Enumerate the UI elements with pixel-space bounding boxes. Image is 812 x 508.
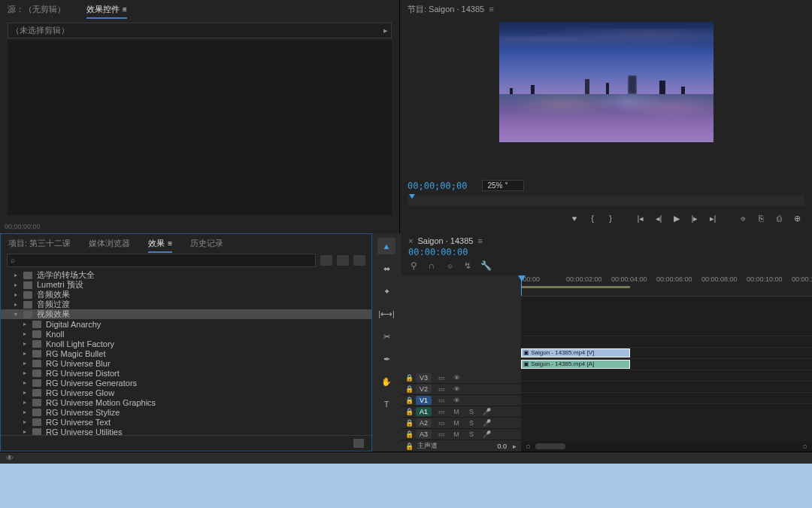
- sequence-name[interactable]: Saigon · 14385: [417, 236, 473, 245]
- tree-item[interactable]: ▸RG Universe Utilities: [1, 427, 371, 435]
- lock-icon[interactable]: 🔒: [405, 374, 411, 382]
- export-frame-button[interactable]: ⎙: [771, 212, 786, 224]
- marker-icon[interactable]: ⟐: [444, 260, 455, 271]
- selection-tool[interactable]: ▲: [377, 238, 395, 254]
- work-area-bar[interactable]: [521, 286, 630, 288]
- marker-button[interactable]: ♥: [567, 212, 582, 224]
- preset-filter-2[interactable]: [337, 255, 349, 266]
- tracks-area[interactable]: ▣ Saigon - 14385.mp4 [V] ▣ Saigon - 1438…: [521, 297, 812, 441]
- effects-tab[interactable]: 效果≡: [148, 238, 172, 249]
- preview-image: [499, 22, 714, 142]
- play-button[interactable]: ▶: [669, 212, 684, 224]
- slip-tool[interactable]: ✂: [377, 328, 395, 345]
- effects-search-input[interactable]: [7, 254, 316, 267]
- track-a1-lane: ▣ Saigon - 14385.mp4 [A]: [521, 359, 812, 370]
- track-v2-lane: [521, 336, 812, 348]
- project-tab[interactable]: 项目: 第三十二课: [8, 238, 71, 249]
- type-tool[interactable]: T: [377, 396, 395, 412]
- source-tab[interactable]: 源：（无剪辑）: [8, 4, 65, 15]
- snap-icon[interactable]: ⚲: [408, 260, 419, 271]
- track-a1-header[interactable]: 🔒 A1 ▭MS🎤: [401, 406, 521, 418]
- source-monitor-panel: 源：（无剪辑） 效果控件≡ （未选择剪辑） ▸ 00;00;00;00: [0, 0, 400, 233]
- program-timecode[interactable]: 00;00;00;00: [408, 181, 467, 191]
- time-ruler[interactable]: :00:0000:00:02:0000:00:04:0000:00:06:000…: [521, 275, 812, 297]
- ruler-tick: 00:00:10:00: [747, 275, 783, 283]
- master-track-header[interactable]: 🔒 主声道 0.0 ▸: [401, 440, 521, 452]
- goto-in-button[interactable]: |◂: [633, 212, 648, 224]
- track-v1-header[interactable]: 🔒 V1 ▭👁: [401, 395, 521, 406]
- zoom-select[interactable]: 25% ˅: [482, 180, 524, 191]
- eye-icon[interactable]: 👁: [451, 374, 462, 382]
- tree-item[interactable]: ▸RG Universe Glow: [1, 388, 371, 397]
- tree-item[interactable]: ▸RG Universe Motion Graphics: [1, 397, 371, 407]
- hand-tool[interactable]: ✋: [377, 373, 395, 390]
- tree-item[interactable]: ▸RG Universe Text: [1, 417, 371, 427]
- track-v3-header[interactable]: 🔒 V3 ▭ 👁: [401, 373, 521, 384]
- eye-icon: 👁: [6, 454, 14, 462]
- track-a2-header[interactable]: 🔒 A2 ▭MS🎤: [401, 418, 521, 429]
- tree-item[interactable]: ▸RG Universe Distort: [1, 368, 371, 378]
- ruler-tick: 00:00:04:00: [611, 275, 647, 283]
- track-v1-lane: ▣ Saigon - 14385.mp4 [V]: [521, 348, 812, 359]
- ruler-tick: 00:00:12:00: [792, 275, 812, 283]
- tree-item[interactable]: ▸Knoll: [1, 329, 371, 339]
- track-a3-lane: [521, 382, 812, 393]
- link-icon[interactable]: ∩: [426, 260, 437, 271]
- step-forward-button[interactable]: |▸: [687, 212, 702, 224]
- timeline-timecode[interactable]: 00:00:00:00: [408, 247, 468, 257]
- playhead-icon[interactable]: [408, 194, 415, 202]
- lift-button[interactable]: ⎆: [735, 212, 750, 224]
- program-title: 节目: Saigon · 14385: [408, 4, 484, 15]
- tree-item[interactable]: ▸RG Universe Blur: [1, 358, 371, 368]
- master-lane: [521, 393, 812, 404]
- effect-controls-tab[interactable]: 效果控件≡: [86, 4, 127, 15]
- program-viewer[interactable]: [400, 18, 812, 175]
- menu-icon[interactable]: ≡: [123, 5, 127, 14]
- media-browser-tab[interactable]: 媒体浏览器: [89, 238, 130, 249]
- footer: 👁: [0, 452, 812, 508]
- menu-icon[interactable]: ≡: [489, 5, 493, 14]
- source-viewer: [8, 40, 392, 215]
- clip-selector[interactable]: （未选择剪辑） ▸: [8, 23, 392, 38]
- wrench-icon[interactable]: 🔧: [480, 260, 491, 271]
- track-select-tool[interactable]: ⬌: [377, 260, 395, 277]
- tree-item[interactable]: ▸RG Universe Stylize: [1, 407, 371, 417]
- tree-item[interactable]: ▸Digital Anarchy: [1, 319, 371, 329]
- track-v2-header[interactable]: 🔒 V2 ▭👁: [401, 384, 521, 395]
- track-a2-lane: [521, 370, 812, 382]
- out-point-button[interactable]: }: [603, 212, 618, 224]
- tree-item[interactable]: ▾视频效果: [1, 309, 371, 319]
- audio-clip[interactable]: ▣ Saigon - 14385.mp4 [A]: [521, 360, 630, 369]
- video-clip[interactable]: ▣ Saigon - 14385.mp4 [V]: [521, 348, 630, 357]
- track-v3-lane: [521, 325, 812, 336]
- extract-button[interactable]: ⎘: [753, 212, 768, 224]
- track-headers: 🔒 V3 ▭ 👁 🔒 V2 ▭👁 🔒 V1 ▭👁: [401, 275, 521, 452]
- preset-filter-3[interactable]: [353, 255, 365, 266]
- new-bin-button[interactable]: [353, 439, 364, 448]
- source-timecode: 00;00;00;00: [0, 220, 399, 233]
- tools-panel: ▲ ⬌ ✦ |⟷| ✂ ✒ ✋ T: [372, 233, 401, 452]
- pen-tool[interactable]: ✒: [377, 351, 395, 367]
- goto-out-button[interactable]: ▸|: [705, 212, 720, 224]
- effects-panel: 项目: 第三十二课 媒体浏览器 效果≡ 历史记录 ▸选学的转场大全▸Lumetr…: [0, 233, 372, 452]
- razor-tool[interactable]: |⟷|: [377, 306, 395, 322]
- step-back-button[interactable]: ◂|: [651, 212, 666, 224]
- track-a3-header[interactable]: 🔒 A3 ▭MS🎤: [401, 429, 521, 440]
- program-scrubber[interactable]: [408, 196, 804, 206]
- ruler-tick: 00:00:06:00: [656, 275, 692, 283]
- toggle-output-icon[interactable]: ▭: [436, 374, 447, 382]
- ruler-tick: 00:00:02:00: [566, 275, 602, 283]
- chevron-right-icon: ▸: [383, 26, 388, 35]
- tree-item[interactable]: ▸Knoll Light Factory: [1, 339, 371, 348]
- settings-button[interactable]: ⊕: [789, 212, 804, 224]
- in-point-button[interactable]: {: [585, 212, 600, 224]
- tree-item[interactable]: ▸RG Magic Bullet: [1, 348, 371, 358]
- tree-item[interactable]: ▸RG Universe Generators: [1, 378, 371, 388]
- ripple-edit-tool[interactable]: ✦: [377, 283, 395, 300]
- timeline-scrollbar[interactable]: ○ ○: [521, 441, 812, 452]
- program-monitor-panel: 节目: Saigon · 14385 ≡ 00;00;00;00 25% ˅: [400, 0, 812, 233]
- timeline-playhead[interactable]: [521, 275, 522, 296]
- history-tab[interactable]: 历史记录: [190, 238, 223, 249]
- settings-icon[interactable]: ↯: [462, 260, 473, 271]
- preset-filter-1[interactable]: [320, 255, 332, 266]
